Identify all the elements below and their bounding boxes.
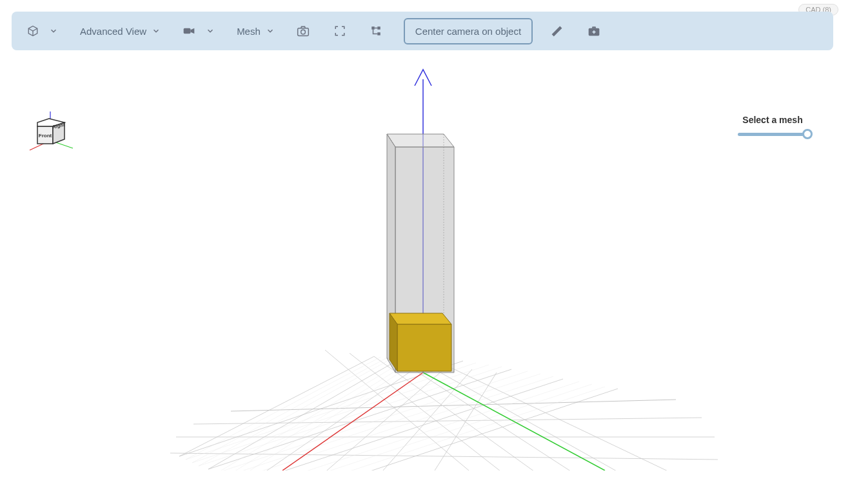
select-mesh-label: Select a mesh	[742, 115, 802, 125]
gold-cube	[390, 313, 451, 371]
fullscreen-button[interactable]	[331, 23, 348, 39]
viewport-3d[interactable]: Front Right Select a mesh	[12, 50, 833, 470]
mesh-slider-thumb[interactable]	[802, 129, 813, 139]
svg-line-22	[448, 366, 718, 470]
svg-line-21	[423, 363, 682, 470]
svg-rect-4	[377, 26, 381, 30]
view-label: Advanced View	[80, 26, 146, 37]
center-camera-label: Center camera on object	[415, 26, 521, 37]
chevron-down-icon	[49, 26, 58, 35]
chevron-down-icon	[266, 26, 275, 35]
camera-icon	[297, 24, 310, 37]
mesh-selector-panel: Select a mesh	[738, 115, 807, 136]
svg-line-31	[228, 374, 540, 470]
mesh-group[interactable]: Mesh	[237, 26, 275, 37]
svg-line-25	[350, 353, 560, 470]
svg-line-9	[250, 379, 563, 470]
scene-render	[12, 50, 833, 470]
fullscreen-icon	[334, 25, 346, 37]
toolbar: Advanced View Mesh	[12, 12, 833, 50]
svg-line-16	[208, 360, 399, 469]
center-camera-button[interactable]: Center camera on object	[404, 18, 533, 44]
video-camera-button[interactable]	[180, 22, 198, 40]
viewcube-svg: Front Right	[25, 108, 76, 160]
svg-line-28	[192, 365, 489, 463]
object-group	[25, 23, 61, 39]
measure-button[interactable]	[548, 23, 566, 40]
svg-rect-5	[377, 32, 381, 35]
chevron-down-icon	[152, 26, 161, 35]
video-camera-icon	[183, 24, 195, 37]
camera-dropdown[interactable]	[203, 24, 217, 38]
svg-point-2	[301, 30, 305, 34]
mesh-label: Mesh	[237, 26, 261, 37]
y-axis	[423, 373, 605, 470]
svg-line-11	[231, 400, 676, 411]
camera-group	[180, 22, 217, 40]
camera-save-icon	[588, 24, 600, 37]
chevron-down-icon	[206, 26, 215, 35]
svg-line-15	[179, 356, 374, 456]
object-dropdown[interactable]	[46, 24, 61, 38]
cube-icon	[27, 25, 39, 37]
viewcube-front-label: Front	[39, 133, 52, 139]
svg-marker-49	[390, 313, 451, 324]
hierarchy-button[interactable]	[368, 23, 384, 39]
svg-rect-0	[184, 28, 191, 34]
svg-line-14	[170, 453, 718, 460]
save-camera-button[interactable]	[585, 22, 603, 40]
cube-icon-button[interactable]	[25, 23, 41, 39]
mesh-slider[interactable]	[738, 133, 807, 136]
svg-marker-48	[397, 324, 451, 371]
snapshot-button[interactable]	[294, 22, 312, 40]
view-group[interactable]: Advanced View	[80, 26, 161, 37]
svg-line-10	[299, 389, 618, 470]
hierarchy-icon	[370, 25, 382, 37]
main-container: Advanced View Mesh	[12, 12, 833, 470]
ruler-icon	[551, 25, 563, 37]
svg-rect-3	[371, 26, 375, 30]
viewcube[interactable]: Front Right	[25, 108, 76, 160]
svg-line-37	[192, 358, 387, 463]
